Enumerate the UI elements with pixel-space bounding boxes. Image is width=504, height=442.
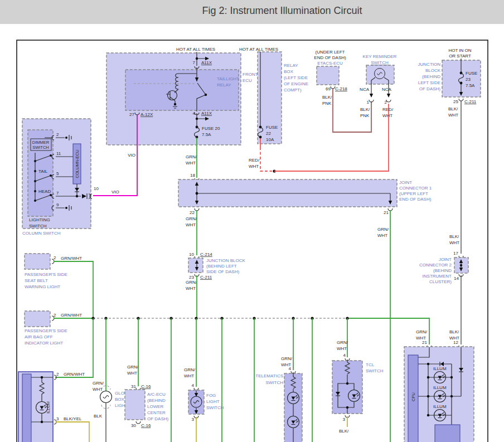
jb-top-label: JUNCTION <box>418 62 441 67</box>
junction-dot <box>196 118 198 120</box>
illum-label: ILLUM <box>433 404 447 409</box>
illum-label: ILLUM <box>433 366 447 371</box>
svg-text:SWITCH: SWITCH <box>366 368 384 373</box>
svg-text:OF DASH): OF DASH) <box>419 86 441 91</box>
pin3: 3 <box>343 417 346 422</box>
svg-text:WHT: WHT <box>127 371 137 376</box>
svg-text:WHT: WHT <box>382 113 392 118</box>
junction-dot <box>427 376 429 378</box>
connector-c16-label: C-16 <box>141 384 151 389</box>
junction-dot <box>450 395 453 397</box>
pin2: 2 <box>56 132 59 137</box>
grnwht-label: GRN/WHT <box>61 256 82 261</box>
svg-text:CENTER: CENTER <box>147 410 166 415</box>
svg-text:CONNECTOR 1: CONNECTOR 1 <box>399 186 432 191</box>
redwht-label: RED/ <box>249 158 260 163</box>
grnwht-label: GRN/ <box>93 381 104 386</box>
svg-text:AIR BAG OFF: AIR BAG OFF <box>25 334 53 339</box>
column-switch-label: COLUMN SWITCH <box>22 231 61 236</box>
svg-text:WHT: WHT <box>377 233 387 238</box>
svg-text:COMPT): COMPT) <box>284 88 302 93</box>
blkyel-label: BLK/YEL <box>64 416 82 421</box>
grnwht-feed-label: GRN/ <box>186 154 197 159</box>
svg-text:7.5A: 7.5A <box>202 132 211 137</box>
svg-text:(LEFT SIDE: (LEFT SIDE <box>284 75 308 80</box>
tcl-box <box>332 361 362 414</box>
pin3: 3 <box>56 416 59 421</box>
grnwht-label: GRN/WHT <box>64 372 85 377</box>
blkpnk-label: BLK/ <box>322 95 332 100</box>
pin22-label: 22 <box>190 210 195 215</box>
svg-text:WHT: WHT <box>337 346 347 351</box>
vio-label2: VIO <box>112 190 119 195</box>
air-bag-light-box <box>25 311 50 327</box>
fuse23-label: FUSE <box>466 71 477 76</box>
svg-text:END OF DASH): END OF DASH) <box>314 55 346 60</box>
pin21-label: 21 <box>384 210 389 215</box>
cpu-label: CPU <box>411 392 416 401</box>
junction-dot <box>34 180 36 182</box>
grnwht-label: GRN/WHT <box>61 313 82 318</box>
blk-label: BLK <box>94 414 103 419</box>
fog-label: FOG <box>206 393 216 398</box>
pin10-label: 10 <box>94 186 99 191</box>
dimmer-label: DIMMER <box>32 140 50 145</box>
illum-label: ILLUM <box>46 401 51 414</box>
svg-text:SWITCH: SWITCH <box>265 380 283 385</box>
fuse20-label: FUSE 20 <box>202 126 220 131</box>
svg-text:(BEHIND: (BEHIND <box>147 398 166 403</box>
svg-text:SWITCH: SWITCH <box>29 224 47 229</box>
junction-dot <box>346 382 348 385</box>
blkwht-label2: BLK/ <box>449 234 459 239</box>
front-ecu-label: FRONT <box>243 72 258 77</box>
junction-dot <box>460 264 462 266</box>
pin12-label: 12 <box>453 340 458 345</box>
svg-text:WHT: WHT <box>186 286 196 291</box>
svg-text:LEFT SIDE: LEFT SIDE <box>418 80 440 85</box>
svg-text:LOWER: LOWER <box>147 404 164 409</box>
svg-text:(UPPER LEFT: (UPPER LEFT <box>399 191 428 196</box>
relay-box-label: RELAY <box>284 63 298 68</box>
svg-text:CLUSTER): CLUSTER) <box>429 279 452 284</box>
taillight-relay-label: TAILLIGHT <box>217 76 239 81</box>
pin5: 5 <box>56 171 59 176</box>
pin4: 4 <box>343 353 346 358</box>
svg-text:SWITCH: SWITCH <box>371 60 389 65</box>
hot-at-all-times-2: HOT AT ALL TIMES <box>239 47 278 52</box>
svg-text:(BEHIND LEFT: (BEHIND LEFT <box>206 264 237 269</box>
grnwht-label: GRN/ <box>416 329 428 334</box>
blkpnk-label2: BLK/ <box>360 107 370 112</box>
svg-text:BOX: BOX <box>284 69 294 74</box>
svg-text:WHT: WHT <box>186 222 196 227</box>
svg-text:SEAT BELT: SEAT BELT <box>25 278 48 283</box>
pin14-label: 14 <box>454 276 459 281</box>
svg-text:WHT: WHT <box>448 113 458 118</box>
telematics-label: TELEMATICS <box>255 373 283 378</box>
blkwht-label3: BLK/ <box>449 329 459 334</box>
svg-text:(BEHIND: (BEHIND <box>433 268 452 273</box>
tail-label: TAIL <box>38 169 48 174</box>
junction-dot <box>196 57 198 60</box>
blk-cut-label: BLK/ <box>339 429 349 434</box>
junction-dot <box>76 195 78 197</box>
connector-a12x-label: A-12X <box>140 112 153 117</box>
junction-block-mid-box <box>188 258 203 273</box>
key-reminder-label: KEY REMINDER <box>363 54 397 59</box>
connector-c218-label: C-218 <box>335 86 347 91</box>
wiring-diagram-page: Fig 2: Instrument Illumination Circuit F… <box>0 0 504 442</box>
pin1-label: 1 <box>367 100 370 105</box>
etacs-label: ETACS-ECU <box>317 61 343 66</box>
taillight-relay-box <box>125 70 239 110</box>
connector-c214-label: C-214 <box>200 252 212 257</box>
svg-text:7.5A: 7.5A <box>466 83 475 88</box>
svg-text:OF ENGINE: OF ENGINE <box>284 81 308 86</box>
front-ecu-block: FRONT ECU TAILLIGHT RELAY HOT AT ALL TIM… <box>106 47 258 145</box>
nca-right-label: NCA <box>382 87 392 92</box>
svg-text:WHT: WHT <box>249 164 259 169</box>
hot-in-on-label: HOT IN ON <box>448 48 471 53</box>
grnwht-label: GRN/ <box>377 227 389 232</box>
pin2: 2 <box>56 372 59 377</box>
jc2-label: JOINT <box>439 257 452 262</box>
svg-text:RELAY: RELAY <box>217 82 231 88</box>
pin4-label: 4 <box>193 111 196 116</box>
